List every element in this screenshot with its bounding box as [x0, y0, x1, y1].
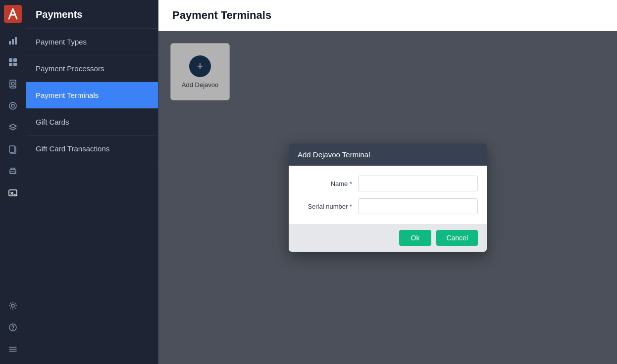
modal-title: Add Dejavoo Terminal	[289, 143, 487, 166]
cancel-button[interactable]: Cancel	[436, 230, 478, 246]
app-logo[interactable]	[4, 5, 22, 23]
svg-point-22	[12, 329, 13, 330]
modal-body: Name * Serial number *	[289, 166, 487, 224]
page-title: Payment Terminals	[172, 9, 603, 22]
sidebar-item-gift-cards[interactable]: Gift Cards	[26, 109, 158, 136]
add-dejavoo-modal: Add Dejavoo Terminal Name * Serial numbe…	[289, 143, 487, 252]
svg-point-20	[11, 304, 14, 307]
copy-icon[interactable]	[3, 139, 23, 159]
sidebar-item-payment-processors[interactable]: Payment Processors	[26, 55, 158, 82]
sidebar-item-payment-types[interactable]: Payment Types	[26, 29, 158, 55]
modal-footer: Ok Cancel	[289, 224, 487, 252]
name-row: Name *	[298, 176, 478, 191]
svg-point-9	[11, 82, 14, 85]
contacts-icon[interactable]	[3, 74, 23, 94]
modal-overlay: Add Dejavoo Terminal Name * Serial numbe…	[158, 31, 617, 364]
ok-button[interactable]: Ok	[399, 230, 432, 246]
help-icon[interactable]	[3, 318, 23, 337]
name-label: Name *	[298, 180, 352, 187]
main-body: + Add Dejavoo Add Dejavoo Terminal Name …	[158, 31, 617, 364]
serial-number-label: Serial number *	[298, 203, 352, 210]
main-content: Payment Terminals + Add Dejavoo Add Deja…	[158, 0, 617, 364]
svg-rect-6	[9, 63, 12, 66]
svg-rect-1	[9, 41, 11, 45]
nav-title: Payments	[26, 0, 158, 29]
svg-rect-4	[9, 58, 12, 62]
page-header: Payment Terminals	[158, 0, 617, 31]
svg-rect-5	[13, 58, 17, 62]
sidebar-item-gift-card-transactions[interactable]: Gift Card Transactions	[26, 136, 158, 162]
print-icon[interactable]	[3, 161, 23, 181]
svg-point-11	[11, 104, 14, 107]
terminal-icon[interactable]	[3, 183, 23, 203]
menu-bottom-icon[interactable]	[3, 339, 23, 359]
svg-point-10	[9, 102, 16, 109]
svg-rect-2	[12, 39, 14, 45]
svg-rect-13	[9, 146, 15, 152]
name-input[interactable]	[358, 176, 478, 191]
icon-sidebar	[0, 0, 26, 364]
svg-rect-0	[4, 5, 22, 23]
disc-icon[interactable]	[3, 96, 23, 116]
settings-icon[interactable]	[3, 296, 23, 316]
left-nav: Payments Payment Types Payment Processor…	[26, 0, 158, 364]
grid-icon[interactable]	[3, 52, 23, 72]
svg-rect-3	[15, 37, 17, 45]
sidebar-item-payment-terminals[interactable]: Payment Terminals	[26, 82, 158, 109]
serial-number-input[interactable]	[358, 198, 478, 214]
svg-rect-7	[13, 63, 17, 66]
serial-number-row: Serial number *	[298, 198, 478, 214]
layers-icon[interactable]	[3, 118, 23, 137]
bar-chart-icon[interactable]	[3, 31, 23, 50]
